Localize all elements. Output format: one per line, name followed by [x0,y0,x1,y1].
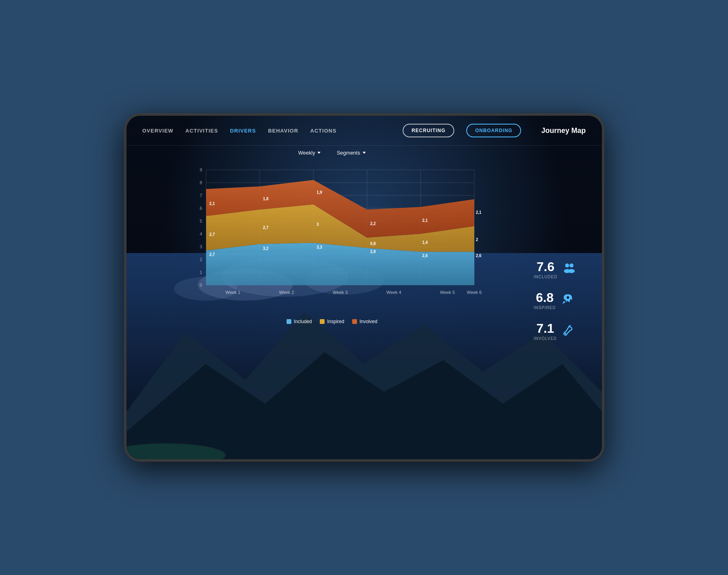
metric-included-info: 7.6 INCLUDED [534,260,558,279]
metric-involved: 7.1 INVOLVED [534,322,586,341]
included-w2: 3,2 [263,246,269,251]
chart-controls: Weekly Segments [142,150,522,156]
weekly-dropdown[interactable]: Weekly [298,150,321,156]
involved-w4: 2,2 [370,221,376,226]
svg-text:0: 0 [199,283,202,288]
metric-involved-label: INVOLVED [534,336,557,341]
nav-drivers[interactable]: DRIVERS [230,128,256,134]
legend-involved-color [352,319,357,324]
navigation: OVERVIEW ACTIVITIES DRIVERS BEHAVIOR ACT… [126,116,602,146]
metric-involved-info: 7.1 INVOLVED [534,322,557,341]
segments-dropdown[interactable]: Segments [337,150,366,156]
legend-inspired-color [320,319,325,324]
involved-w2: 1,8 [263,197,269,201]
svg-text:1: 1 [199,270,202,275]
chart-container: 0 1 2 3 4 5 6 7 8 9 Week 1 Week 2 [142,162,522,451]
included-w6: 2,6 [476,253,481,258]
svg-text:6: 6 [199,206,202,211]
inspired-w2: 2,7 [263,225,269,230]
svg-text:2: 2 [199,257,202,262]
legend-involved: Involved [352,319,377,324]
svg-text:Week 6: Week 6 [467,290,481,295]
metric-inspired-info: 6.8 INSPIRED [534,291,556,310]
area-chart: 0 1 2 3 4 5 6 7 8 9 Week 1 Week 2 [142,162,522,314]
metric-included-label: INCLUDED [534,275,558,279]
nav-behavior[interactable]: BEHAVIOR [268,128,299,134]
svg-point-43 [568,269,575,273]
inspired-w3: 3 [317,222,319,227]
nav-activities[interactable]: ACTIVITIES [185,128,218,134]
svg-text:7: 7 [199,193,202,198]
svg-text:Week 1: Week 1 [225,290,240,295]
metric-included-value: 7.6 [534,260,558,273]
inspired-w4: 0,8 [370,241,376,246]
svg-point-44 [567,296,569,299]
svg-text:8: 8 [199,180,202,185]
recruiting-pill[interactable]: RECRUITING [403,124,454,137]
involved-w6: 2,1 [476,210,481,215]
main-content: OVERVIEW ACTIVITIES DRIVERS BEHAVIOR ACT… [126,116,602,459]
main-area: Weekly Segments [126,146,602,459]
svg-point-45 [565,333,566,334]
journey-map-label: Journey Map [541,127,586,135]
right-metrics-panel: 7.6 INCLUDED [530,150,586,451]
legend-included-color [287,319,291,324]
nav-actions[interactable]: ACTIONS [310,128,337,134]
legend-included: Included [287,319,312,324]
metric-inspired: 6.8 INSPIRED [534,291,586,310]
svg-text:Week 2: Week 2 [279,290,294,295]
weekly-arrow [317,152,321,154]
tablet-frame: OVERVIEW ACTIVITIES DRIVERS BEHAVIOR ACT… [124,113,604,462]
svg-text:3: 3 [199,244,202,249]
nav-overview[interactable]: OVERVIEW [142,128,174,134]
inspired-w1: 2,7 [209,232,215,237]
svg-text:5: 5 [199,219,202,223]
included-w3: 3,3 [317,245,322,249]
svg-text:Week 5: Week 5 [440,290,455,295]
svg-text:4: 4 [199,231,202,236]
chart-legend: Included Inspired Involved [142,319,522,324]
rocket-icon [561,293,574,308]
wrench-icon [562,324,574,339]
people-icon [562,262,576,277]
onboarding-pill[interactable]: ONBOARDING [466,124,521,137]
svg-text:9: 9 [199,167,202,172]
inspired-w6: 2 [476,237,478,242]
included-w1: 2,7 [209,252,215,257]
metric-inspired-value: 6.8 [534,291,556,304]
svg-point-40 [565,263,569,267]
included-w4: 2,9 [370,249,376,254]
included-w5: 2,6 [422,253,428,258]
legend-inspired: Inspired [320,319,344,324]
involved-w3: 1,9 [317,190,322,195]
svg-point-41 [570,263,574,267]
involved-w1: 2,1 [209,201,215,206]
segments-arrow [363,152,366,154]
metric-included: 7.6 INCLUDED [534,260,586,279]
chart-section: Weekly Segments [142,150,522,451]
svg-text:Week 4: Week 4 [386,290,401,295]
metric-inspired-label: INSPIRED [534,306,556,310]
metric-involved-value: 7.1 [534,322,557,335]
svg-text:Week 3: Week 3 [333,290,347,295]
involved-w5: 2,1 [422,218,428,223]
inspired-w5: 1,4 [422,240,428,245]
